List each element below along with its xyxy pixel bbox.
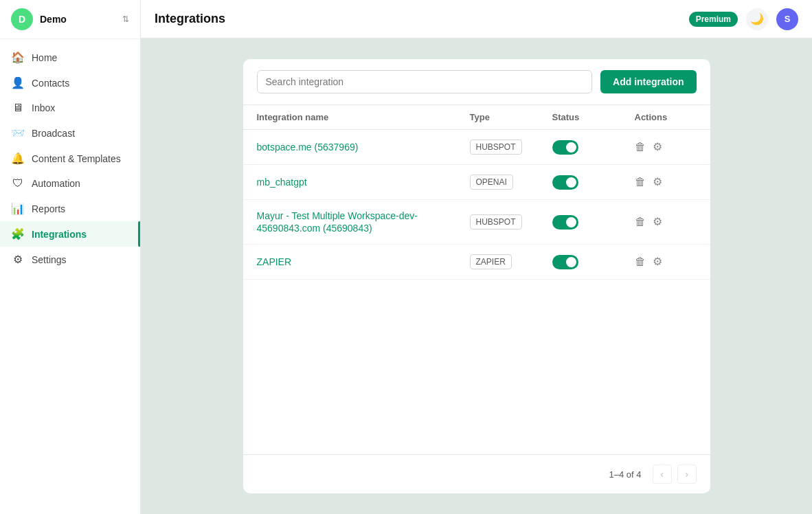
sidebar-item-label: Automation <box>32 178 80 189</box>
settings-icon[interactable]: ⚙ <box>653 142 662 153</box>
status-toggle[interactable] <box>552 215 578 230</box>
sidebar-item-reports[interactable]: 📊 Reports <box>0 196 140 221</box>
search-wrapper <box>257 70 593 93</box>
panel-toolbar: Add integration <box>243 59 710 104</box>
sidebar-item-label: Home <box>32 52 57 63</box>
sidebar-item-label: Inbox <box>32 102 55 113</box>
sidebar-nav: 🏠 Home 👤 Contacts 🖥 Inbox 📨 Broadcast 🔔 … <box>0 39 140 514</box>
col-header-type: Type <box>470 112 552 122</box>
table-row: ZAPIER ZAPIER 🗑 ⚙ <box>243 245 710 280</box>
sidebar-item-integrations[interactable]: 🧩 Integrations <box>0 221 140 247</box>
status-toggle[interactable] <box>552 140 578 155</box>
sidebar-item-inbox[interactable]: 🖥 Inbox <box>0 96 140 120</box>
table-row: botspace.me (5637969) HUBSPOT 🗑 ⚙ <box>243 130 710 165</box>
content-area: Add integration Integration name Type St… <box>141 38 812 514</box>
sidebar-item-home[interactable]: 🏠 Home <box>0 45 140 70</box>
pagination-text: 1–4 of 4 <box>609 469 642 480</box>
workspace-avatar: D <box>11 8 33 30</box>
table-header: Integration name Type Status Actions <box>243 104 710 130</box>
integration-name-link[interactable]: ZAPIER <box>257 256 292 267</box>
sidebar-item-label: Reports <box>32 203 65 214</box>
automation-icon: 🛡 <box>11 177 25 190</box>
add-integration-button[interactable]: Add integration <box>600 70 696 93</box>
table-body: botspace.me (5637969) HUBSPOT 🗑 ⚙ mb_cha… <box>243 130 710 454</box>
type-badge: HUBSPOT <box>470 214 522 230</box>
settings-icon[interactable]: ⚙ <box>653 216 662 227</box>
delete-icon[interactable]: 🗑 <box>635 216 646 227</box>
settings-icon[interactable]: ⚙ <box>653 256 662 267</box>
sidebar-item-contacts[interactable]: 👤 Contacts <box>0 70 140 96</box>
workspace-name: Demo <box>40 14 115 25</box>
chevron-icon: ⇅ <box>122 14 129 24</box>
type-badge: OPENAI <box>470 175 513 190</box>
content-templates-icon: 🔔 <box>11 152 25 165</box>
settings-icon[interactable]: ⚙ <box>653 177 662 188</box>
topbar: Integrations Premium 🌙 S <box>141 0 812 38</box>
dark-mode-toggle[interactable]: 🌙 <box>746 8 768 30</box>
sidebar-header[interactable]: D Demo ⇅ <box>0 0 140 39</box>
status-toggle[interactable] <box>552 175 578 190</box>
home-icon: 🏠 <box>11 51 25 64</box>
col-header-name: Integration name <box>257 112 470 122</box>
sidebar-item-label: Broadcast <box>32 128 75 139</box>
integration-name-link[interactable]: mb_chatgpt <box>257 177 307 188</box>
panel-footer: 1–4 of 4 ‹ › <box>243 454 710 493</box>
main-area: Integrations Premium 🌙 S Add integration… <box>141 0 812 514</box>
sidebar-item-label: Contacts <box>32 78 69 89</box>
table-row: mb_chatgpt OPENAI 🗑 ⚙ <box>243 165 710 200</box>
reports-icon: 📊 <box>11 202 25 215</box>
sidebar: D Demo ⇅ 🏠 Home 👤 Contacts 🖥 Inbox 📨 Bro… <box>0 0 141 514</box>
contacts-icon: 👤 <box>11 76 25 89</box>
integration-name-link[interactable]: Mayur - Test Multiple Workspace-dev-4569… <box>257 210 418 234</box>
sidebar-item-label: Content & Templates <box>32 153 121 164</box>
sidebar-item-broadcast[interactable]: 📨 Broadcast <box>0 120 140 146</box>
table-row: Mayur - Test Multiple Workspace-dev-4569… <box>243 200 710 245</box>
sidebar-item-label: Settings <box>32 254 67 265</box>
page-title: Integrations <box>155 12 681 26</box>
delete-icon[interactable]: 🗑 <box>635 256 646 267</box>
sidebar-item-content-templates[interactable]: 🔔 Content & Templates <box>0 146 140 171</box>
col-header-status: Status <box>552 112 635 122</box>
sidebar-item-label: Integrations <box>32 229 87 240</box>
delete-icon[interactable]: 🗑 <box>635 177 646 188</box>
user-avatar[interactable]: S <box>776 8 798 30</box>
status-toggle[interactable] <box>552 255 578 269</box>
pagination-next-button[interactable]: › <box>677 465 697 484</box>
sidebar-item-automation[interactable]: 🛡 Automation <box>0 171 140 196</box>
sidebar-item-settings[interactable]: ⚙ Settings <box>0 247 140 272</box>
premium-badge: Premium <box>689 12 738 27</box>
settings-icon: ⚙ <box>11 253 25 266</box>
integrations-icon: 🧩 <box>11 227 25 241</box>
inbox-icon: 🖥 <box>11 102 25 114</box>
integrations-panel: Add integration Integration name Type St… <box>243 59 710 493</box>
delete-icon[interactable]: 🗑 <box>635 142 646 153</box>
type-badge: HUBSPOT <box>470 139 522 155</box>
broadcast-icon: 📨 <box>11 126 25 139</box>
integration-name-link[interactable]: botspace.me (5637969) <box>257 142 359 153</box>
search-input[interactable] <box>257 70 593 93</box>
col-header-actions: Actions <box>635 112 697 122</box>
pagination-prev-button[interactable]: ‹ <box>653 465 672 484</box>
type-badge: ZAPIER <box>470 254 512 269</box>
